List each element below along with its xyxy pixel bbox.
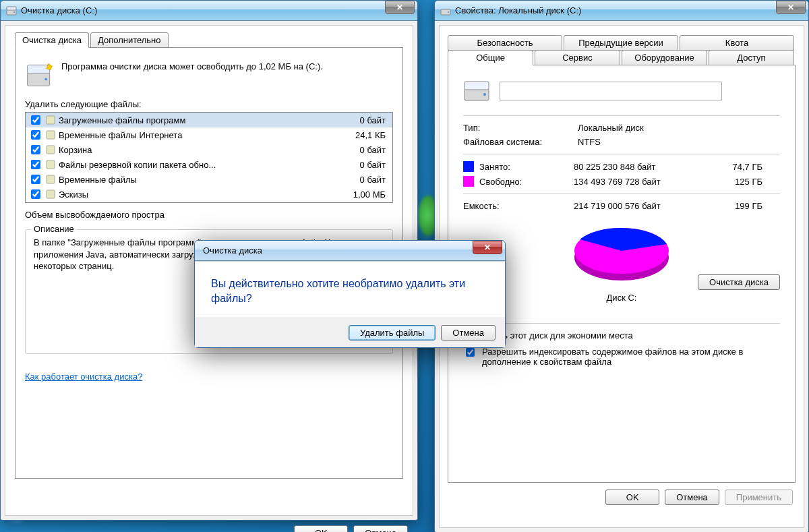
used-label: Занято:	[479, 162, 574, 172]
help-link[interactable]: Как работает очистка диска?	[25, 372, 142, 382]
file-type-icon	[45, 115, 56, 125]
svg-rect-1	[7, 7, 16, 10]
confirm-message: Вы действительно хотите необратимо удали…	[211, 276, 489, 307]
free-bytes: 134 493 769 728 байт	[574, 177, 709, 187]
svg-point-16	[483, 93, 486, 96]
file-size: 0 байт	[336, 175, 390, 185]
used-bytes: 80 225 230 848 байт	[574, 162, 709, 172]
tab-quota[interactable]: Квота	[680, 35, 794, 51]
file-list-row[interactable]: Временные файлы0 байт	[26, 172, 392, 187]
fs-label: Файловая система:	[463, 137, 578, 147]
file-size: 0 байт	[336, 160, 390, 170]
file-size: 0 байт	[336, 145, 390, 155]
svg-rect-7	[47, 131, 55, 139]
svg-rect-15	[465, 82, 489, 90]
usage-pie-chart	[568, 220, 676, 288]
delete-files-label: Удалить следующие файлы:	[25, 99, 393, 109]
svg-rect-10	[47, 175, 55, 183]
type-value: Локальный диск	[578, 123, 644, 133]
svg-rect-9	[47, 160, 55, 169]
file-list-row[interactable]: Временные файлы Интернета24,1 КБ	[26, 127, 392, 142]
svg-rect-6	[47, 116, 55, 124]
tab-general[interactable]: Общие	[448, 50, 533, 65]
file-name: Эскизы	[59, 189, 333, 200]
confirm-delete-dialog: Очистка диска ✕ Вы действительно хотите …	[194, 240, 506, 348]
used-gb: 74,7 ГБ	[709, 162, 762, 172]
capacity-gb: 199 ГБ	[709, 201, 762, 211]
disk-cleanup-button[interactable]: Очистка диска	[698, 274, 780, 290]
file-name: Корзина	[59, 145, 333, 155]
file-size: 1,00 МБ	[336, 189, 390, 200]
file-list-row[interactable]: Загруженные файлы программ0 байт	[26, 113, 392, 127]
svg-point-5	[44, 78, 47, 81]
close-button[interactable]: ✕	[776, 1, 806, 14]
file-type-icon	[45, 174, 56, 185]
file-list-row[interactable]: Файлы резервной копии пакета обно...0 ба…	[26, 157, 392, 172]
fs-value: NTFS	[578, 137, 601, 147]
file-list-row[interactable]: Эскизы1,00 МБ	[26, 187, 392, 202]
svg-point-2	[13, 11, 15, 13]
svg-point-13	[448, 11, 449, 13]
close-button[interactable]: ✕	[385, 1, 415, 14]
pie-caption: Диск C:	[463, 293, 780, 303]
file-checkbox[interactable]	[31, 115, 40, 125]
file-name: Временные файлы	[59, 175, 333, 185]
ok-button[interactable]: OK	[605, 490, 659, 505]
file-name: Файлы резервной копии пакета обно...	[59, 160, 333, 170]
description-legend: Описание	[31, 224, 77, 234]
dialog-title: Очистка диска	[200, 245, 473, 256]
type-label: Тип:	[463, 123, 578, 133]
cancel-button[interactable]: Отмена	[665, 490, 719, 505]
freed-space-label: Объем высвобождаемого простра	[25, 210, 393, 220]
tab-cleanup[interactable]: Очистка диска	[15, 32, 89, 48]
tab-previous-versions[interactable]: Предыдущие версии	[564, 35, 678, 51]
delete-files-button[interactable]: Удалить файлы	[349, 325, 436, 341]
tab-tools[interactable]: Сервис	[535, 50, 620, 65]
tab-security[interactable]: Безопасность	[448, 35, 562, 51]
file-type-icon	[45, 159, 56, 170]
volume-name-input[interactable]	[500, 82, 722, 100]
svg-rect-8	[47, 146, 55, 154]
file-size: 0 байт	[336, 115, 390, 125]
window-title: Очистка диска (C:)	[21, 5, 385, 16]
tab-sharing[interactable]: Доступ	[709, 50, 794, 65]
apply-button[interactable]: Применить	[725, 490, 793, 505]
disk-cleanup-large-icon	[25, 60, 55, 90]
summary-text: Программа очистки диска может освободить…	[61, 60, 323, 90]
tab-hardware[interactable]: Оборудование	[622, 50, 707, 65]
cancel-button[interactable]: Отмена	[441, 325, 496, 341]
file-list-row[interactable]: Корзина0 байт	[26, 142, 392, 157]
ok-button[interactable]: OK	[294, 525, 348, 532]
file-checkbox[interactable]	[31, 175, 40, 184]
file-checkbox[interactable]	[31, 160, 40, 169]
file-size: 24,1 КБ	[336, 130, 390, 140]
tab-more-options[interactable]: Дополнительно	[90, 32, 169, 48]
drive-large-icon	[463, 78, 490, 105]
file-name: Временные файлы Интернета	[59, 130, 333, 140]
index-checkbox[interactable]	[466, 348, 475, 357]
used-swatch	[463, 161, 474, 172]
file-list[interactable]: Загруженные файлы программ0 байтВременны…	[25, 112, 393, 203]
file-type-icon	[45, 189, 56, 200]
titlebar[interactable]: Очистка диска (C:) ✕	[1, 1, 417, 21]
svg-rect-11	[47, 190, 55, 198]
window-title: Свойства: Локальный диск (C:)	[455, 5, 776, 16]
svg-rect-4	[28, 65, 50, 73]
index-label: Разрешить индексировать содержимое файло…	[482, 347, 765, 367]
free-gb: 125 ГБ	[709, 177, 762, 187]
free-swatch	[463, 176, 474, 187]
capacity-label: Емкость:	[463, 201, 574, 211]
file-type-icon	[45, 144, 56, 155]
cancel-button[interactable]: Отмена	[353, 525, 408, 532]
close-button[interactable]: ✕	[473, 241, 502, 254]
titlebar[interactable]: Очистка диска ✕	[195, 241, 505, 261]
file-checkbox[interactable]	[31, 130, 40, 140]
file-type-icon	[45, 129, 56, 140]
file-checkbox[interactable]	[31, 189, 40, 199]
file-name: Загруженные файлы программ	[59, 115, 333, 125]
file-checkbox[interactable]	[31, 145, 40, 154]
disk-cleanup-icon	[6, 5, 17, 16]
titlebar[interactable]: Свойства: Локальный диск (C:) ✕	[435, 1, 808, 21]
drive-icon	[440, 5, 451, 16]
capacity-bytes: 214 719 000 576 байт	[574, 201, 709, 211]
